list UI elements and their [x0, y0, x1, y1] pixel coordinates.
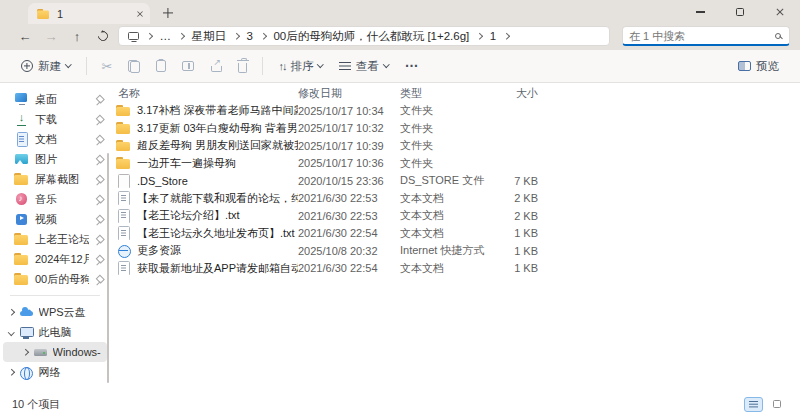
folder-icon [37, 8, 50, 20]
file-row[interactable]: 【来了就能下载和观看的论坛，纯免费！】.txt 2021/6/30 22:53 … [116, 190, 800, 208]
search-input[interactable] [629, 30, 775, 42]
sidebar-item-label: Windows-SSD [53, 346, 102, 358]
sidebar-scrollbar[interactable] [107, 153, 110, 383]
sidebar-item[interactable]: 桌面 [0, 89, 110, 109]
sidebar-item[interactable]: 音乐 [0, 189, 110, 209]
breadcrumb-chevron-icon[interactable] [503, 33, 509, 39]
column-header-type[interactable]: 类型 [400, 86, 486, 101]
sidebar-item[interactable]: 屏幕截图 [0, 169, 110, 189]
nav-forward-button[interactable] [40, 26, 62, 46]
sidebar-item-network[interactable]: 网络 [3, 362, 107, 382]
sort-button[interactable]: 排序 [271, 54, 330, 78]
view-button[interactable]: 查看 [332, 54, 396, 78]
new-button[interactable]: 新建 [14, 54, 78, 78]
preview-button[interactable]: 预览 [731, 54, 786, 78]
delete-button[interactable] [231, 54, 254, 78]
file-row[interactable]: 3.17补档 深夜带着老师马路中间露出 2025/10/17 10:34 文件夹 [116, 102, 800, 120]
sidebar-item[interactable]: 00后的母狗幼 [0, 269, 110, 289]
back-arrow-icon [19, 27, 32, 45]
tab-close-icon[interactable] [137, 10, 143, 16]
view-toggle-large-icons[interactable] [767, 397, 786, 412]
trash-icon [238, 63, 247, 73]
column-header-size[interactable]: 大小 [486, 86, 538, 101]
file-name-cell: 超反差母狗 男朋友刚送回家就被我带 [116, 138, 298, 153]
cut-button[interactable] [95, 54, 120, 78]
sidebar-item[interactable]: 文档 [0, 129, 110, 149]
file-row[interactable]: .DS_Store 2020/10/15 23:36 DS_STORE 文件 7… [116, 172, 800, 190]
file-name: 一边开车一遍操母狗 [137, 156, 236, 171]
sidebar-item-label: 桌面 [35, 92, 89, 107]
nav-refresh-button[interactable] [92, 26, 114, 46]
breadcrumb-chevron-icon[interactable] [260, 33, 266, 39]
sidebar-item-label: 屏幕截图 [35, 172, 89, 187]
nav-back-button[interactable] [14, 26, 36, 46]
column-header-date[interactable]: 修改日期 [298, 86, 400, 101]
rename-button[interactable] [175, 54, 201, 78]
sidebar-item-this-pc[interactable]: 此电脑 [3, 322, 107, 342]
sidebar-item[interactable]: 图片 [0, 149, 110, 169]
forward-arrow-icon [45, 27, 58, 45]
toolbar-divider [86, 57, 87, 75]
nav-up-button[interactable] [66, 26, 88, 46]
pin-icon [95, 255, 104, 264]
chevron-right-icon[interactable] [8, 309, 14, 315]
file-row[interactable]: 获取最新地址及APP请发邮箱自动获取.txt 2021/6/30 22:54 文… [116, 260, 800, 278]
sidebar-item-windows-ssd[interactable]: Windows-SSD [3, 342, 107, 362]
explorer-tab[interactable]: 1 [28, 3, 150, 24]
sidebar-item-label: 音乐 [35, 192, 89, 207]
file-name-cell: .DS_Store [116, 174, 298, 188]
chevron-right-icon[interactable] [8, 369, 14, 375]
view-toggle-details[interactable] [744, 397, 763, 412]
chevron-down-icon[interactable] [8, 329, 14, 335]
file-row[interactable]: 【老王论坛永久地址发布页】.txt 2021/6/30 22:54 文本文档 1… [116, 225, 800, 243]
search-box[interactable] [622, 26, 790, 46]
column-header-name[interactable]: 名称 [116, 86, 298, 101]
file-size: 7 KB [486, 175, 538, 187]
file-row[interactable]: 超反差母狗 男朋友刚送回家就被我带 2025/10/17 10:39 文件夹 [116, 137, 800, 155]
sidebar-item[interactable]: 下载 [0, 109, 110, 129]
this-pc-icon[interactable] [128, 32, 139, 40]
sidebar-item[interactable]: 2024年12月, [0, 249, 110, 269]
new-tab-button[interactable] [160, 5, 176, 21]
chevron-right-icon[interactable] [22, 349, 28, 355]
sidebar-item[interactable]: 上老王论坛当 [0, 229, 110, 249]
copy-button[interactable] [121, 54, 147, 78]
file-size: 1 KB [486, 262, 538, 274]
breadcrumb-item[interactable]: 00后的母狗幼师，什么都敢玩 [1+2.6g] [270, 29, 472, 44]
maximize-button[interactable] [720, 0, 760, 24]
file-name-cell: 一边开车一遍操母狗 [116, 156, 298, 171]
share-button[interactable] [203, 54, 229, 78]
desktop-icon [14, 92, 29, 106]
file-name: 3.17补档 深夜带着老师马路中间露出 [137, 103, 298, 118]
breadcrumb-chevron-icon[interactable] [178, 33, 184, 39]
more-button[interactable] [397, 54, 425, 78]
file-icon [116, 174, 131, 188]
breadcrumb-chevron-icon[interactable] [476, 33, 482, 39]
videos-icon [14, 212, 29, 226]
file-name-cell: 更多资源 [116, 243, 298, 258]
toolbar-divider [262, 57, 263, 75]
sort-arrows-icon [278, 60, 285, 72]
sidebar-item-label: 2024年12月, [35, 252, 89, 267]
file-name: 【老王论坛介绍】.txt [137, 208, 240, 223]
breadcrumb-item[interactable]: 星期日 [189, 29, 230, 44]
breadcrumb-item[interactable]: 3 [244, 30, 256, 42]
breadcrumb-chevron-icon[interactable] [146, 33, 152, 39]
file-row[interactable]: 3.17更新 03年白瘦幼母狗 背着男朋友酒店5P 2025/10/17 10:… [116, 120, 800, 138]
breadcrumb-ellipsis[interactable]: … [157, 30, 175, 42]
sidebar-item-wps-cloud[interactable]: WPS云盘 [3, 302, 107, 322]
file-name: 【来了就能下载和观看的论坛，纯免费！】.txt [137, 191, 298, 206]
file-name-cell: 【来了就能下载和观看的论坛，纯免费！】.txt [116, 191, 298, 206]
close-button[interactable] [760, 0, 800, 24]
sidebar-item[interactable]: 视频 [0, 209, 110, 229]
file-row[interactable]: 【老王论坛介绍】.txt 2021/6/30 22:53 文本文档 2 KB [116, 207, 800, 225]
sidebar-item-label: 图片 [35, 152, 89, 167]
file-name: 【老王论坛永久地址发布页】.txt [137, 226, 295, 241]
file-row[interactable]: 一边开车一遍操母狗 2025/10/17 10:36 文件夹 [116, 155, 800, 173]
address-bar[interactable]: … 星期日 3 00后的母狗幼师，什么都敢玩 [1+2.6g] 1 [118, 26, 610, 46]
file-row[interactable]: 更多资源 2025/10/8 20:32 Internet 快捷方式 1 KB [116, 242, 800, 260]
breadcrumb-chevron-icon[interactable] [233, 33, 239, 39]
minimize-button[interactable] [680, 0, 720, 24]
paste-button[interactable] [149, 54, 173, 78]
breadcrumb-item[interactable]: 1 [487, 30, 499, 42]
